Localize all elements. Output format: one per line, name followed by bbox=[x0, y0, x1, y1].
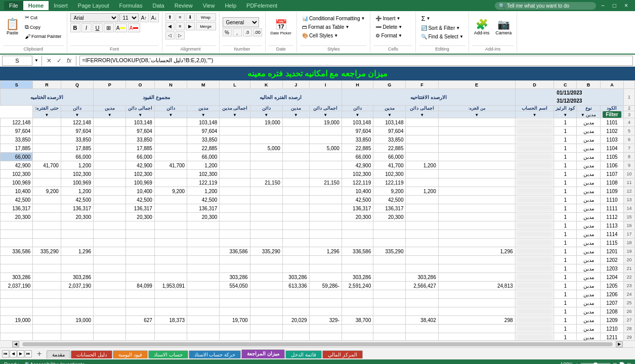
tab-muqadimah[interactable]: مقدمة bbox=[47, 350, 70, 358]
scroll-thumb[interactable] bbox=[22, 342, 613, 346]
table-row[interactable]: 23 1205 مدين 1 ████████ 24,813 2,566,427… bbox=[1, 282, 635, 290]
date-picker-button[interactable]: 📅 Date Picker bbox=[269, 18, 293, 36]
col-p[interactable]: P bbox=[94, 81, 126, 89]
col-k[interactable]: K bbox=[250, 81, 282, 89]
table-row[interactable]: 12 1109 مدين 1 ████████ 1,200 9,200 10,4… bbox=[1, 187, 635, 196]
sheet-next-btn[interactable]: ▶ bbox=[17, 350, 24, 357]
view-break-btn[interactable]: ⊟ bbox=[627, 362, 631, 365]
table-row[interactable]: 28 1210 مدين 1 ████████ bbox=[1, 325, 635, 333]
data-tab[interactable]: Data bbox=[147, 1, 169, 10]
font-family-select[interactable]: Arial bbox=[70, 13, 118, 22]
fr-main[interactable]: ▼ bbox=[554, 111, 577, 118]
col-e[interactable]: E bbox=[438, 81, 515, 89]
table-row[interactable]: 20 1202 مدين 1 ████████ bbox=[1, 256, 635, 264]
increase-font-button[interactable]: A↑ bbox=[140, 13, 149, 22]
decrease-decimal-button[interactable]: .00 bbox=[253, 28, 262, 36]
table-row[interactable]: 13 1110 مدين 1 ████████ 42,500 42,500 42… bbox=[1, 196, 635, 204]
tab-balance-sheet[interactable]: المركز المالي bbox=[322, 350, 363, 358]
fr-pb-c[interactable]: ▼ bbox=[282, 111, 309, 118]
fr-ob-c[interactable]: ▼ bbox=[373, 111, 406, 118]
col-f[interactable]: F bbox=[406, 81, 438, 89]
col-a[interactable]: A bbox=[600, 81, 623, 89]
home-tab[interactable]: Home bbox=[23, 1, 49, 10]
fr-cb-total[interactable]: ▼ bbox=[154, 111, 187, 118]
table-row[interactable]: 19 1201 مدين 1 ████████ 1,296 335,290 33… bbox=[1, 247, 635, 256]
sheet-first-btn[interactable]: ⏮ bbox=[2, 350, 9, 357]
fr-cb-c[interactable]: ▼ bbox=[94, 111, 126, 118]
col-r[interactable]: R bbox=[33, 81, 61, 89]
table-row[interactable]: 6 1103 مدين 1 ████████ 33,850 33,850 33,… bbox=[1, 135, 635, 144]
fr-s[interactable]: ▼ bbox=[33, 111, 61, 118]
fr-cb-d[interactable]: ▼ bbox=[126, 111, 155, 118]
font-size-select[interactable]: 11 bbox=[119, 13, 139, 22]
table-row[interactable]: 18 1115 مدين 1 ████████ bbox=[1, 239, 635, 247]
fr-type[interactable]: مدين ▼ bbox=[577, 111, 601, 118]
col-i[interactable]: I bbox=[309, 81, 342, 89]
format-as-table-button[interactable]: 🗃 Format as Table ▼ bbox=[300, 23, 367, 31]
right-align-button[interactable]: ▶ bbox=[186, 22, 195, 30]
table-row[interactable]: 26 1208 مدين 1 ████████ bbox=[1, 307, 635, 316]
cut-button[interactable]: ✂Cut bbox=[23, 13, 64, 22]
col-o[interactable]: O bbox=[126, 81, 155, 89]
filter-button[interactable]: Filter bbox=[603, 111, 621, 118]
find-select-button[interactable]: 🔍 Find & Select ▼ bbox=[419, 33, 465, 40]
new-sheet-btn[interactable]: + bbox=[34, 349, 45, 359]
file-tab[interactable]: File bbox=[4, 1, 23, 10]
insert-cells-button[interactable]: ➕ Insert ▼ bbox=[373, 15, 412, 22]
col-d[interactable]: D bbox=[515, 81, 554, 89]
fr-ob-d[interactable]: ▼ bbox=[406, 111, 438, 118]
top-align-button[interactable]: ⬆ bbox=[165, 13, 175, 21]
italic-button[interactable]: I bbox=[81, 23, 92, 32]
cancel-formula-icon[interactable]: ✕ bbox=[45, 57, 53, 64]
delete-cells-button[interactable]: ➖ Delete ▼ bbox=[373, 23, 412, 31]
col-b[interactable]: B bbox=[577, 81, 601, 89]
table-row[interactable]: 15 1112 مدين 1 ████████ 20,300 20,300 20… bbox=[1, 213, 635, 221]
autosum-button[interactable]: Σ ▼ bbox=[419, 14, 465, 23]
fr-mv-d[interactable]: ▼ bbox=[220, 111, 250, 118]
col-g[interactable]: G bbox=[373, 81, 406, 89]
window-maximize[interactable]: □ bbox=[610, 2, 619, 9]
format-cells-button[interactable]: ⚙ Format ▼ bbox=[373, 32, 412, 39]
merge-center-button[interactable]: Merge bbox=[196, 22, 216, 30]
table-row[interactable]: 27 1209 مدين 1 ████████ 298 38,402 38,70… bbox=[1, 316, 635, 325]
paste-button[interactable]: 📋 Paste bbox=[3, 17, 22, 37]
view-layout-btn[interactable]: 📄 bbox=[619, 362, 625, 365]
comma-button[interactable]: , bbox=[233, 28, 242, 36]
sort-filter-button[interactable]: 🔃 Sort & Filter ▼ bbox=[419, 24, 465, 32]
enter-formula-icon[interactable]: ✓ bbox=[55, 57, 63, 64]
tab-ledger[interactable]: حساب الاستاذ bbox=[148, 350, 188, 358]
table-row[interactable]: 21 1203 مدين 1 ████████ bbox=[1, 264, 635, 273]
scroll-left-btn[interactable]: ◀ bbox=[12, 341, 19, 347]
fill-color-button[interactable]: A bbox=[115, 23, 127, 32]
table-row[interactable]: 22 1204 مدين 1 ████████ 303,286 303,286 … bbox=[1, 273, 635, 282]
formulas-tab[interactable]: Formulas bbox=[114, 1, 148, 10]
wrap-text-button[interactable]: Wrap bbox=[196, 13, 216, 21]
name-box-dropdown[interactable]: ▼ bbox=[34, 58, 38, 63]
table-row[interactable]: 10 1107 مدين 1 ████████ 102,300 102,300 … bbox=[1, 170, 635, 178]
table-row[interactable]: 11 1108 مدين 1 ████████ 122,119 122,119 … bbox=[1, 178, 635, 187]
table-row[interactable]: 16 1113 مدين 1 ████████ bbox=[1, 221, 635, 230]
fr-pb-d[interactable]: ▼ bbox=[309, 111, 342, 118]
cell-styles-button[interactable]: 🎨 Cell Styles ▼ bbox=[300, 32, 367, 39]
view-tab[interactable]: View bbox=[198, 1, 220, 10]
table-row[interactable]: 5 1102 مدين 1 ████████ 97,604 97,604 97,… bbox=[1, 127, 635, 135]
scroll-right-btn[interactable]: ▶ bbox=[616, 341, 623, 347]
zoom-out-btn[interactable]: − bbox=[556, 362, 559, 365]
fr-mv-total[interactable]: ▼ bbox=[250, 111, 282, 118]
view-normal-btn[interactable]: ⊞ bbox=[613, 362, 617, 365]
table-row[interactable]: 4 1101 مدين 1 ████████ 103,148 103,148 1… bbox=[1, 118, 635, 127]
bottom-align-button[interactable]: ⬇ bbox=[186, 13, 195, 21]
middle-align-button[interactable]: ≡ bbox=[176, 13, 185, 21]
increase-decimal-button[interactable]: .0 bbox=[243, 28, 252, 36]
format-painter-button[interactable]: 🖌Format Painter bbox=[23, 32, 64, 40]
pagelayout-tab[interactable]: Page Layout bbox=[73, 1, 114, 10]
tab-accounts[interactable]: دليل الحسابات bbox=[71, 350, 112, 358]
col-l[interactable]: L bbox=[220, 81, 250, 89]
filter-cell[interactable]: Filter bbox=[600, 111, 623, 118]
review-tab[interactable]: Review bbox=[170, 1, 198, 10]
col-q[interactable]: Q bbox=[61, 81, 93, 89]
fr-pb-total[interactable]: ▼ bbox=[342, 111, 373, 118]
decrease-indent-button[interactable]: ◁ bbox=[165, 31, 175, 39]
bold-button[interactable]: B bbox=[70, 23, 80, 32]
formula-input[interactable] bbox=[79, 56, 633, 66]
